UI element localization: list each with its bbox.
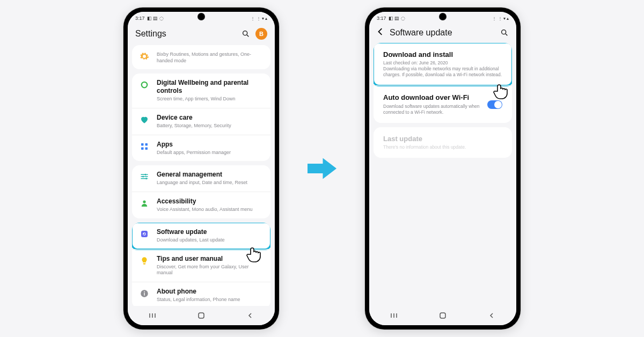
screen-right: 3:17 ◧ ▤ ◌ ⋮ ⋮ ▾ ▴ Software update Downl… — [369, 12, 516, 325]
status-time: 3:17 — [135, 16, 145, 21]
svg-point-2 — [142, 82, 148, 88]
svg-point-9 — [145, 178, 147, 180]
recents-button[interactable] — [144, 312, 160, 319]
status-time: 3:17 — [377, 16, 386, 21]
screen-left: 3:17 ◧ ▤ ◌ ⋮ ⋮ ▾ ▴ Settings B Bixby Rout… — [128, 12, 275, 325]
svg-line-1 — [247, 35, 248, 36]
front-camera — [199, 14, 204, 19]
back-button[interactable] — [484, 312, 500, 319]
row-download-install[interactable]: Download and install Last checked on: Ju… — [374, 43, 512, 85]
row-title: Apps — [157, 141, 264, 149]
svg-rect-11 — [141, 231, 148, 237]
svg-point-7 — [145, 174, 147, 175]
settings-card: General managementLanguage and input, Da… — [132, 165, 270, 218]
row-subtitle: Battery, Storage, Memory, Security — [157, 123, 264, 129]
home-button[interactable] — [435, 312, 451, 319]
tap-cursor-icon — [243, 244, 265, 265]
refresh-icon — [138, 228, 150, 240]
status-left-icons: ◧ ▤ ◌ — [389, 16, 405, 21]
svg-rect-18 — [199, 313, 204, 318]
svg-rect-5 — [141, 147, 144, 150]
settings-row[interactable]: AccessibilityVoice Assistant, Mono audio… — [132, 192, 270, 218]
row-title: Device care — [157, 114, 264, 122]
svg-point-14 — [144, 291, 145, 292]
row-subtitle: Discover, Get more from your Galaxy, Use… — [157, 264, 264, 276]
row-title: Auto download over Wi-Fi — [383, 93, 481, 102]
ring-icon — [138, 79, 150, 91]
row-subtitle: Voice Assistant, Mono audio, Assistant m… — [157, 207, 264, 213]
search-icon[interactable] — [241, 30, 250, 38]
gear-icon — [138, 50, 150, 62]
row-title: Accessibility — [157, 197, 264, 206]
row-title: General management — [157, 171, 264, 179]
grid-icon — [138, 141, 150, 152]
heart-icon — [138, 114, 150, 126]
svg-rect-13 — [144, 292, 145, 295]
svg-point-19 — [502, 30, 506, 34]
settings-row[interactable]: General managementLanguage and input, Da… — [132, 165, 270, 192]
svg-rect-24 — [440, 313, 445, 318]
status-right-icons: ⋮ ⋮ ▾ ▴ — [492, 16, 509, 21]
avatar[interactable]: B — [255, 28, 267, 40]
svg-rect-4 — [145, 143, 148, 146]
tap-cursor-icon — [490, 80, 511, 102]
settings-list: Bixby Routines, Motions and gestures, On… — [128, 45, 275, 309]
status-right-icons: ⋮ ⋮ ▾ ▴ — [251, 16, 267, 21]
page-title: Software update — [390, 28, 495, 38]
row-title: Digital Wellbeing and parental controls — [157, 79, 264, 95]
bulb-icon — [138, 255, 150, 267]
back-icon[interactable] — [377, 28, 384, 38]
settings-row[interactable]: Bixby Routines, Motions and gestures, On… — [132, 45, 270, 69]
nav-bar — [128, 306, 275, 325]
search-icon[interactable] — [500, 28, 509, 37]
svg-rect-6 — [145, 147, 148, 150]
row-subtitle: Screen time, App timers, Wind Down — [157, 96, 264, 102]
arrow-icon — [306, 152, 338, 185]
info-icon — [138, 288, 150, 299]
back-button[interactable] — [242, 312, 258, 319]
phone-left: 3:17 ◧ ▤ ◌ ⋮ ⋮ ▾ ▴ Settings B Bixby Rout… — [123, 8, 279, 329]
row-subtitle: Bixby Routines, Motions and gestures, On… — [157, 52, 264, 64]
page-title: Settings — [135, 29, 236, 39]
row-subtitle: Download updates, Last update — [157, 237, 264, 244]
header-right: Software update — [369, 25, 516, 43]
settings-row[interactable]: AppsDefault apps, Permission manager — [132, 135, 270, 162]
row-subtitle: Default apps, Permission manager — [157, 150, 264, 156]
recents-button[interactable] — [386, 312, 402, 319]
row-last-update: Last update There's no information about… — [374, 127, 512, 158]
svg-point-8 — [142, 176, 144, 178]
nav-bar — [369, 306, 516, 325]
svg-line-20 — [506, 34, 507, 35]
svg-point-10 — [143, 201, 145, 203]
row-subtitle: Language and input, Date and time, Reset — [157, 180, 264, 186]
home-button[interactable] — [193, 312, 209, 319]
header-left: Settings B — [128, 25, 275, 45]
svg-point-0 — [243, 31, 247, 35]
front-camera — [440, 14, 445, 19]
row-title: Last update — [383, 135, 502, 143]
row-subtitle: There's no information about this update… — [383, 144, 502, 150]
card: Last update There's no information about… — [374, 127, 512, 158]
settings-row[interactable]: About phoneStatus, Legal information, Ph… — [132, 282, 270, 309]
settings-row[interactable]: Device careBattery, Storage, Memory, Sec… — [132, 108, 270, 135]
status-left-icons: ◧ ▤ ◌ — [147, 16, 164, 21]
settings-card: Software updateDownload updates, Last up… — [132, 223, 270, 309]
settings-card: Bixby Routines, Motions and gestures, On… — [132, 45, 270, 69]
settings-row[interactable]: Digital Wellbeing and parental controlsS… — [132, 74, 270, 108]
row-subtitle: Status, Legal information, Phone name — [157, 297, 264, 303]
row-subtitle: Download software updates automatically … — [383, 104, 481, 115]
person-icon — [138, 197, 150, 209]
settings-card: Digital Wellbeing and parental controlsS… — [132, 74, 270, 161]
row-title: About phone — [157, 288, 264, 296]
phone-right: 3:17 ◧ ▤ ◌ ⋮ ⋮ ▾ ▴ Software update Downl… — [365, 8, 521, 329]
svg-rect-3 — [141, 143, 144, 146]
row-title: Software update — [157, 228, 264, 236]
sliders-icon — [138, 171, 150, 182]
row-subtitle: Last checked on: June 26, 2020 Downloadi… — [383, 60, 502, 78]
row-title: Download and install — [383, 50, 502, 59]
